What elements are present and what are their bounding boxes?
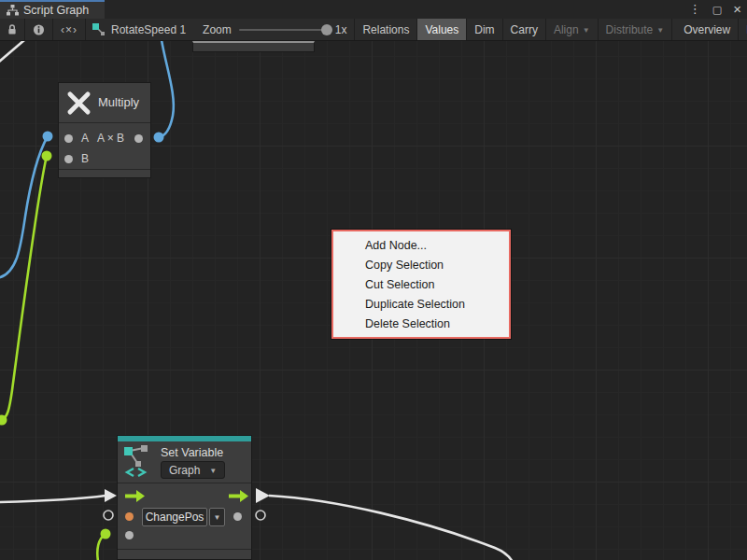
graph-reference-label: RotateSpeed 1 bbox=[111, 23, 186, 36]
input-port-b[interactable] bbox=[64, 155, 73, 163]
chevron-down-icon: ▼ bbox=[583, 26, 590, 35]
port-label-result: A × B bbox=[97, 132, 124, 145]
set-variable-icon bbox=[123, 444, 153, 478]
input-port-extra[interactable] bbox=[125, 531, 134, 539]
node-separator bbox=[118, 483, 251, 483]
port-label-a: A bbox=[81, 132, 89, 145]
lock-button[interactable] bbox=[0, 19, 25, 40]
zoom-slider[interactable] bbox=[239, 29, 328, 31]
distribute-label: Distribute bbox=[606, 23, 654, 36]
script-graph-window: Multiply A A × B B Set Variable Graph ▼ bbox=[0, 0, 747, 560]
output-port-result[interactable] bbox=[134, 134, 143, 143]
flow-in-arrow-icon[interactable] bbox=[125, 490, 145, 502]
scope-label: Graph bbox=[169, 464, 200, 477]
variable-scope-dropdown[interactable]: Graph ▼ bbox=[161, 461, 225, 479]
info-icon bbox=[33, 23, 45, 36]
node-separator bbox=[59, 169, 150, 170]
node-title: Multiply bbox=[98, 95, 139, 109]
zoom-reset-button[interactable]: ‹×› bbox=[53, 19, 86, 40]
angle-multiply-icon: ‹×› bbox=[61, 23, 78, 36]
input-port-variable[interactable] bbox=[125, 512, 134, 521]
relations-toggle[interactable]: Relations bbox=[355, 19, 417, 40]
chevron-down-icon: ▼ bbox=[656, 26, 664, 35]
graph-node-icon bbox=[92, 22, 106, 36]
graph-toolbar: ‹×› RotateSpeed 1 Zoom 1x Relations Valu… bbox=[0, 19, 747, 41]
tab-title: Script Graph bbox=[23, 4, 89, 17]
fullscreen-button[interactable]: Full Screen bbox=[739, 19, 747, 40]
variable-name-label: ChangePos bbox=[146, 511, 204, 524]
node-multiply[interactable]: Multiply A A × B B bbox=[58, 82, 151, 178]
window-close-icon[interactable]: × bbox=[733, 0, 741, 19]
tab-script-graph[interactable]: Script Graph bbox=[0, 0, 105, 19]
variable-caret-button[interactable]: ▼ bbox=[209, 508, 225, 526]
zoom-value: 1x bbox=[335, 23, 347, 36]
distribute-dropdown[interactable]: Distribute ▼ bbox=[599, 19, 673, 40]
graph-reference-breadcrumb[interactable]: RotateSpeed 1 bbox=[86, 19, 195, 40]
input-port-a[interactable] bbox=[64, 134, 73, 143]
menu-item-cut-selection[interactable]: Cut Selection bbox=[333, 275, 509, 295]
lock-icon bbox=[7, 23, 17, 35]
partial-node[interactable] bbox=[192, 41, 315, 52]
graph-hierarchy-icon bbox=[7, 5, 19, 16]
values-toggle[interactable]: Values bbox=[417, 19, 467, 40]
zoom-label: Zoom bbox=[203, 23, 232, 36]
zoom-control: Zoom 1x bbox=[195, 19, 355, 40]
node-separator bbox=[59, 122, 150, 123]
align-label: Align bbox=[554, 23, 579, 36]
menu-item-copy-selection[interactable]: Copy Selection bbox=[333, 256, 509, 275]
tab-bar: Script Graph ⋮ ▢ × bbox=[0, 0, 747, 19]
chevron-down-icon: ▼ bbox=[214, 513, 221, 522]
window-maximize-icon[interactable]: ▢ bbox=[712, 0, 722, 19]
chevron-down-icon: ▼ bbox=[209, 467, 217, 475]
carry-toggle[interactable]: Carry bbox=[503, 19, 546, 40]
menu-item-add-node[interactable]: Add Node... bbox=[333, 236, 509, 256]
port-label-b: B bbox=[81, 152, 89, 165]
info-button[interactable] bbox=[25, 19, 53, 40]
node-separator bbox=[118, 549, 251, 550]
menu-item-duplicate-selection[interactable]: Duplicate Selection bbox=[333, 295, 509, 315]
context-menu: Add Node... Copy Selection Cut Selection… bbox=[331, 230, 511, 339]
node-set-variable[interactable]: Set Variable Graph ▼ ChangePos ▼ bbox=[117, 435, 252, 560]
dim-toggle[interactable]: Dim bbox=[467, 19, 502, 40]
output-port-value[interactable] bbox=[233, 512, 242, 521]
zoom-slider-knob[interactable] bbox=[321, 24, 332, 35]
flow-out-arrow-icon[interactable] bbox=[229, 490, 248, 502]
align-dropdown[interactable]: Align ▼ bbox=[546, 19, 599, 40]
variable-name-dropdown[interactable]: ChangePos bbox=[142, 508, 207, 526]
multiply-x-icon bbox=[66, 91, 92, 116]
node-accent-bar bbox=[118, 436, 251, 441]
node-title: Set Variable bbox=[161, 446, 223, 459]
overview-button[interactable]: Overview bbox=[676, 19, 739, 40]
window-menu-icon[interactable]: ⋮ bbox=[689, 0, 701, 19]
menu-item-delete-selection[interactable]: Delete Selection bbox=[333, 315, 509, 334]
